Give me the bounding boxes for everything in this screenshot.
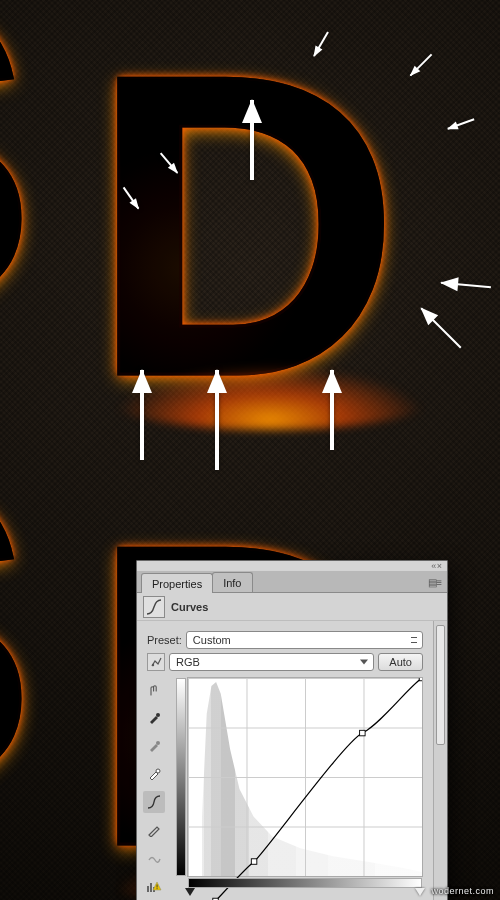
panel-collapse-row[interactable]: « × — [137, 561, 447, 571]
svg-rect-4 — [147, 886, 149, 892]
scrollbar-thumb[interactable] — [436, 625, 445, 745]
preset-label: Preset: — [147, 634, 182, 646]
auto-button-label: Auto — [389, 656, 412, 668]
annotation-arrow — [330, 370, 334, 450]
curves-graph[interactable] — [187, 677, 423, 877]
on-image-adjust-icon[interactable] — [147, 653, 165, 671]
finger-scrubby-icon[interactable] — [143, 679, 165, 701]
eyedropper-white-icon[interactable] — [143, 763, 165, 785]
svg-point-2 — [156, 741, 160, 745]
artwork-letter-s-top: S — [0, 0, 37, 370]
channel-value: RGB — [176, 656, 200, 668]
svg-point-0 — [152, 664, 154, 666]
annotation-arrow — [215, 370, 219, 470]
svg-point-3 — [156, 769, 160, 773]
svg-rect-13 — [419, 678, 422, 681]
panel-collapse-arrows-icon: « × — [431, 561, 441, 571]
svg-rect-8 — [157, 888, 158, 889]
curves-adjustment-icon — [143, 596, 165, 618]
svg-point-1 — [156, 713, 160, 717]
tab-properties[interactable]: Properties — [141, 573, 213, 593]
watermark-text: wodernet.com — [431, 886, 494, 896]
adjustment-title: Curves — [171, 601, 208, 613]
channel-select[interactable]: RGB — [169, 653, 374, 671]
output-gradient-strip — [176, 678, 186, 876]
annotation-arrow — [250, 100, 254, 180]
eyedropper-gray-icon[interactable] — [143, 735, 165, 757]
auto-button[interactable]: Auto — [378, 653, 423, 671]
panel-tablist: Properties Info ▤≡ — [137, 571, 447, 593]
svg-rect-5 — [150, 883, 152, 892]
preset-select[interactable]: Custom — [186, 631, 423, 649]
artwork-letter-s-bottom: S — [0, 420, 37, 850]
svg-rect-7 — [157, 885, 158, 888]
tab-info[interactable]: Info — [212, 572, 252, 592]
pencil-icon[interactable] — [143, 819, 165, 841]
curve-edit-icon[interactable] — [143, 791, 165, 813]
annotation-arrow — [140, 370, 144, 460]
black-point-slider[interactable] — [185, 888, 195, 896]
svg-rect-11 — [251, 859, 257, 865]
smooth-icon[interactable] — [143, 847, 165, 869]
histogram-warn-icon[interactable] — [143, 875, 165, 897]
properties-panel: « × Properties Info ▤≡ Curves Preset: Cu… — [136, 560, 448, 900]
input-gradient-strip[interactable] — [188, 878, 422, 888]
white-point-slider[interactable] — [415, 888, 425, 896]
panel-flyout-menu-icon[interactable]: ▤≡ — [422, 573, 447, 592]
panel-scrollbar[interactable] — [433, 621, 447, 900]
eyedropper-black-icon[interactable] — [143, 707, 165, 729]
curve-line[interactable] — [188, 678, 422, 900]
svg-rect-12 — [360, 730, 366, 736]
preset-value: Custom — [193, 634, 231, 646]
